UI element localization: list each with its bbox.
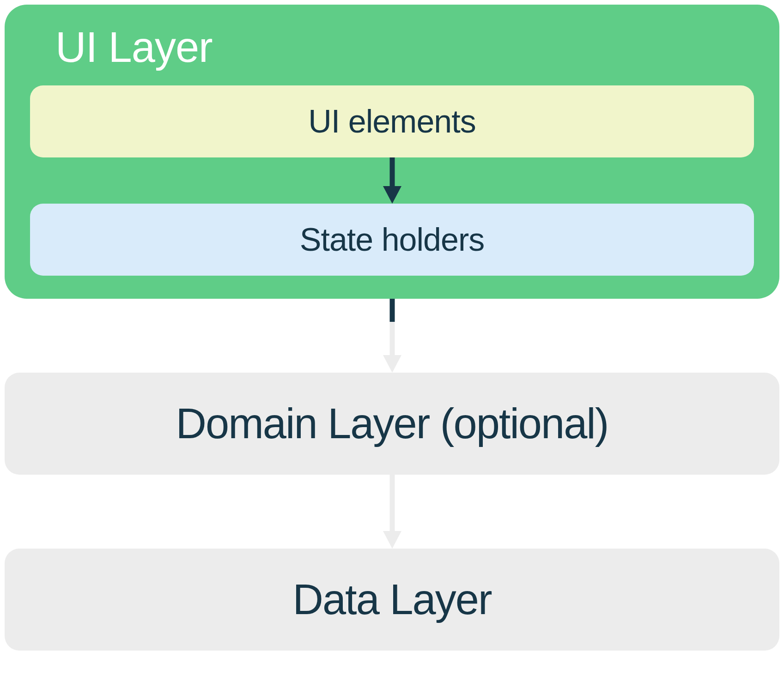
ui-layer-container: UI Layer UI elements State holders — [5, 5, 779, 299]
svg-marker-4 — [383, 355, 401, 373]
ui-layer-title: UI Layer — [55, 23, 754, 72]
arrow-ui-to-domain — [378, 299, 406, 373]
arrow-down-icon — [378, 299, 406, 373]
arrow-down-icon — [378, 475, 406, 549]
architecture-diagram: UI Layer UI elements State holders Domai… — [5, 5, 779, 651]
arrow-ui-to-state — [30, 157, 754, 204]
svg-marker-6 — [383, 531, 401, 549]
svg-marker-1 — [383, 186, 401, 204]
data-layer-box: Data Layer — [5, 549, 779, 651]
state-holders-box: State holders — [30, 204, 754, 276]
ui-elements-box: UI elements — [30, 85, 754, 157]
arrow-domain-to-data — [378, 475, 406, 549]
arrow-down-icon — [378, 157, 406, 204]
domain-layer-box: Domain Layer (optional) — [5, 373, 779, 475]
